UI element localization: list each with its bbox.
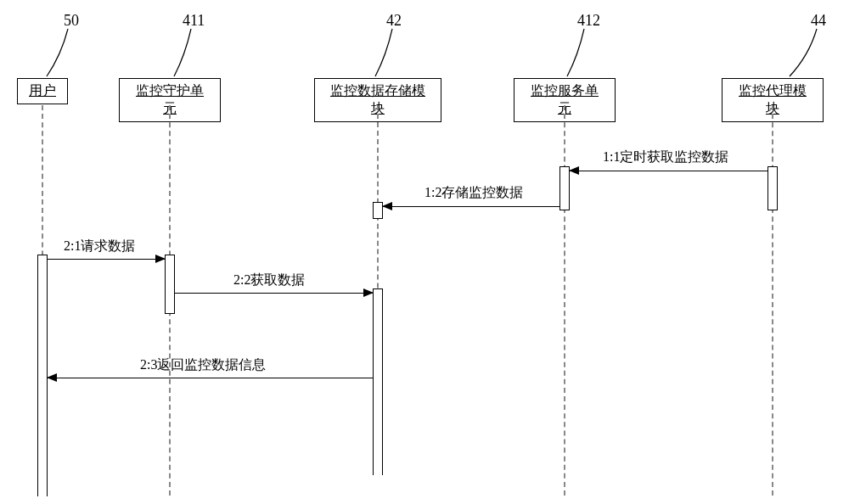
activation-agent-1 [767,166,778,210]
activation-storage-2 [373,288,383,475]
activation-daemon-2 [165,255,175,314]
sequence-diagram: 50 411 42 412 44 用户 监控守护单元 监控数据存储模块 监控服务… [0,0,849,504]
lifeline-agent [772,105,773,496]
msg-1-2-line [383,206,559,207]
msg-1-2-label: 1:2存储监控数据 [424,184,523,202]
participant-user: 用户 [17,78,68,104]
msg-2-3-line [48,378,373,378]
msg-1-1-label: 1:1定时获取监控数据 [603,148,728,166]
msg-2-1-label: 2:1请求数据 [64,238,135,255]
msg-2-2-label: 2:2获取数据 [233,272,305,289]
lifeline-service [564,105,565,496]
participant-user-label: 用户 [29,83,56,98]
msg-2-3-label: 2:3返回监控数据信息 [140,356,266,374]
msg-2-2-line [175,293,373,294]
msg-2-1-line [48,259,165,260]
msg-1-1-line [570,171,767,171]
